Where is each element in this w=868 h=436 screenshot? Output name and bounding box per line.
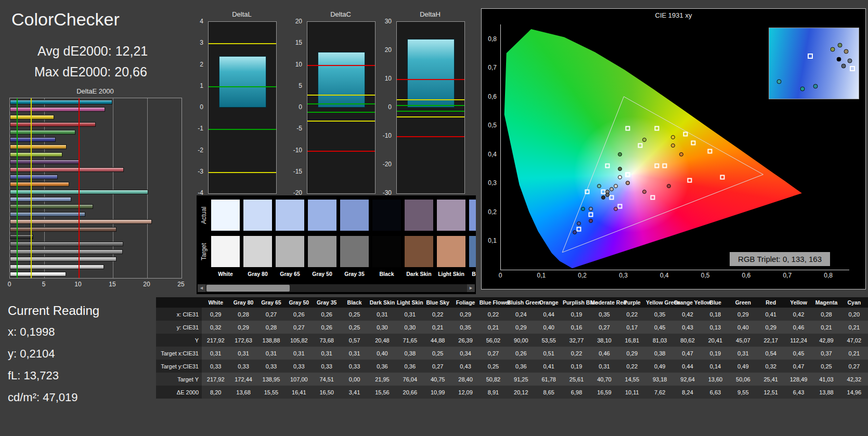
target-row-label: Target — [200, 236, 208, 267]
value-cell: 217,92 — [202, 373, 229, 386]
value-cell: 0,27 — [257, 308, 285, 321]
column-header: Gray 80 — [229, 297, 257, 308]
value-cell: 81,03 — [646, 334, 673, 347]
inset-target-point — [808, 54, 813, 59]
value-cell: 10,11 — [618, 386, 646, 399]
target-point-orange-yellow — [691, 140, 696, 145]
value-cell: 0,29 — [202, 308, 229, 321]
value-cell: 0,33 — [313, 360, 341, 373]
actual-patch-dark-skin — [405, 200, 433, 231]
value-cell: 0,13 — [702, 321, 729, 334]
value-cell: 0,44 — [673, 360, 701, 373]
value-cell: 0,29 — [229, 321, 257, 334]
value-cell: 45,07 — [729, 334, 757, 347]
y-tick-label: 4 — [200, 18, 203, 25]
value-cell: 0,30 — [368, 321, 396, 334]
target-patch-white — [211, 236, 240, 267]
scrollbar-thumb[interactable] — [206, 285, 290, 292]
value-cell: 0,29 — [618, 347, 646, 360]
deltae-bar-gray-35 — [10, 242, 123, 246]
reference-line — [31, 98, 32, 278]
value-cell: 21,95 — [368, 373, 396, 386]
value-cell: 0,14 — [702, 360, 729, 373]
column-header: Moderate Red — [590, 297, 618, 308]
cie-y-tick: 0,1 — [488, 237, 497, 244]
value-cell: 0,51 — [535, 347, 563, 360]
value-cell: 0,20 — [840, 308, 868, 321]
y-tick-label: -15 — [293, 168, 302, 175]
inset-target-point — [850, 66, 855, 71]
target-point-green — [626, 126, 630, 130]
inset-black-dot — [837, 57, 841, 61]
target-point-foliage — [638, 143, 643, 148]
value-cell: 0,25 — [341, 308, 368, 321]
deltae-bar-red — [10, 122, 96, 127]
y-tick-label: -5 — [296, 125, 302, 132]
deltac-plot — [307, 21, 375, 194]
value-cell: 73,68 — [313, 334, 341, 347]
deltae-chart-title: DeltaE 2000 — [9, 87, 181, 95]
inset-measured-point — [841, 64, 846, 69]
delta-range-box — [318, 52, 365, 108]
y-tick-label: 10 — [385, 75, 392, 82]
value-cell: 0,33 — [202, 360, 229, 373]
actual-patch-gray-80 — [243, 200, 272, 231]
value-cell: 138,88 — [257, 334, 285, 347]
inset-measured-point — [831, 47, 835, 51]
y-tick-label: 10 — [295, 61, 302, 68]
measured-point-light-skin — [626, 181, 630, 185]
cie-y-tick: 0,8 — [488, 35, 497, 43]
table-row-de2000: ΔE 20008,2013,6815,5516,4116,503,4115,56… — [156, 386, 868, 399]
actual-patch-black — [372, 200, 401, 231]
row-label: ΔE 2000 — [156, 386, 202, 399]
value-cell: 0,46 — [785, 321, 812, 334]
value-cell: 16,81 — [618, 334, 646, 347]
measured-point-moderate-red — [642, 190, 646, 194]
inset-measured-point — [813, 84, 818, 88]
target-point-blue-flower — [609, 195, 614, 200]
target-point-magenta — [650, 195, 655, 200]
deltae-bar-gray-50 — [10, 249, 123, 254]
scroll-left-arrow-icon[interactable]: ◄ — [198, 284, 205, 292]
target-patch-light-skin — [437, 236, 465, 267]
value-cell: 0,57 — [341, 334, 368, 347]
scroll-right-arrow-icon[interactable]: ► — [467, 284, 475, 292]
value-cell: 12,09 — [451, 386, 479, 399]
value-cell: 0,33 — [341, 360, 368, 373]
value-cell: 28,40 — [451, 373, 479, 386]
y-tick-label: -20 — [383, 161, 392, 168]
patch-scrollbar[interactable]: ◄ ► — [198, 284, 475, 292]
row-label: y: CIE31 — [156, 321, 202, 334]
patch-strip: Actual Target WhiteGray 80Gray 65Gray 50… — [197, 195, 476, 294]
value-cell: 0,36 — [396, 360, 424, 373]
value-cell: 53,55 — [535, 334, 563, 347]
value-cell: 40,75 — [424, 373, 451, 386]
y-tick-label: 3 — [200, 39, 203, 46]
column-header: Gray 35 — [313, 297, 341, 308]
value-cell: 0,25 — [341, 321, 368, 334]
inset-measured-point — [776, 80, 781, 84]
value-cell: 0,18 — [702, 308, 729, 321]
value-cell: 12,51 — [757, 386, 785, 399]
target-point-purplish-blue — [589, 213, 593, 217]
value-cell: 0,31 — [396, 308, 424, 321]
value-cell: 0,47 — [785, 360, 812, 373]
cie-title: CIE 1931 xy — [482, 11, 865, 19]
cie-x-tick: 0,7 — [783, 272, 792, 279]
actual-patch-blue-sky — [469, 200, 476, 231]
value-cell: 0,34 — [451, 347, 479, 360]
y-tick-label: 20 — [295, 18, 302, 25]
column-header: Light Skin — [396, 297, 424, 308]
y-tick-label: 15 — [295, 39, 302, 46]
value-cell: 0,31 — [368, 308, 396, 321]
x-tick-label: 20 — [143, 281, 150, 288]
actual-patch-gray-35 — [340, 200, 369, 231]
value-cell: 0,27 — [590, 321, 618, 334]
column-header: Red — [757, 297, 785, 308]
patch-label: Gray 35 — [340, 271, 369, 277]
actual-patch-gray-50 — [308, 200, 336, 231]
x-tick-label: 15 — [109, 281, 115, 288]
reading-fl: fL: 13,723 — [8, 369, 99, 382]
row-label: Y — [156, 334, 202, 347]
value-cell: 25,61 — [563, 373, 590, 386]
